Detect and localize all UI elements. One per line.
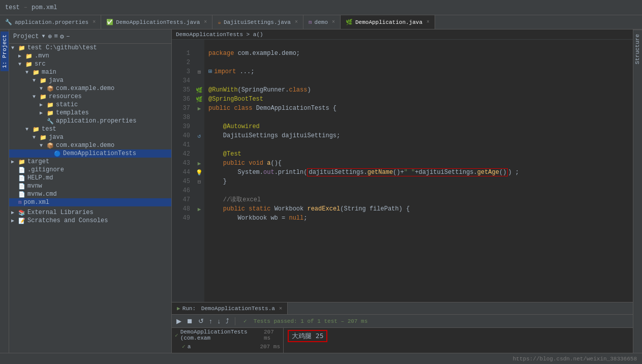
tree-label: application.properties bbox=[56, 117, 136, 125]
run-status: ✓ Tests passed: 1 of 1 test – 207 ms bbox=[243, 318, 368, 324]
tab-close[interactable]: × bbox=[426, 19, 430, 25]
tree-label: templates bbox=[56, 109, 89, 116]
folder-icon: 📁 bbox=[40, 94, 47, 100]
java-icon: 🔵 bbox=[54, 150, 61, 157]
tree-label: static bbox=[56, 101, 78, 108]
folder-icon: 📁 bbox=[18, 45, 25, 51]
tab-close[interactable]: × bbox=[204, 19, 207, 25]
collapse-icon[interactable]: ≡ bbox=[54, 33, 58, 41]
tree-label: main bbox=[42, 69, 56, 76]
folder-icon: 📁 bbox=[33, 69, 40, 76]
tree-item-java-main[interactable]: ▼ 📁 java bbox=[9, 76, 171, 84]
tree-label: java bbox=[49, 77, 64, 84]
tree-label: External Libraries bbox=[27, 209, 94, 216]
editor-area: DemoApplicationTests > a() 1 2 3 34 35 3… bbox=[172, 29, 633, 353]
run-play-button[interactable]: ▶ bbox=[175, 317, 183, 325]
sync-icon[interactable]: ⊕ bbox=[48, 33, 52, 41]
suite-label: DemoApplicationTests (com.exam bbox=[180, 329, 262, 341]
editor-content[interactable]: 1 2 3 34 35 36 37 38 39 40 41 42 43 44 4… bbox=[172, 40, 633, 302]
arrow-icon: ▼ bbox=[25, 127, 33, 132]
sidebar-dropdown-icon[interactable]: ▼ bbox=[42, 34, 45, 39]
tree-item-mvn[interactable]: ▶ 📁 .mvn bbox=[9, 52, 171, 60]
arrow-icon: ▼ bbox=[11, 45, 18, 51]
tree-label: mvnw bbox=[27, 183, 42, 190]
tree-item-app-properties[interactable]: ▶ 🔧 application.properties bbox=[9, 117, 171, 125]
gutter: ⊞ 🌿 🌿 ▶ ↺ ▶ 💡 ⊟ ▶ bbox=[194, 40, 204, 302]
tab-icon-java: ☕ bbox=[218, 19, 221, 25]
tree-item-pkg-test[interactable]: ▼ 📦 com.example.demo bbox=[9, 141, 171, 149]
run-rerun-button[interactable]: ↺ bbox=[197, 317, 205, 325]
arrow-icon: ▶ bbox=[40, 102, 47, 108]
tree-label: pom.xml bbox=[24, 199, 49, 206]
run-tab-close[interactable]: × bbox=[279, 306, 283, 312]
folder-icon: 📁 bbox=[40, 134, 47, 141]
run-next-button[interactable]: ↓ bbox=[216, 317, 223, 325]
properties-icon: 🔧 bbox=[47, 118, 54, 125]
tab-icon-leaf: 🌿 bbox=[346, 19, 353, 25]
tree-item-mvnw[interactable]: ▶ 📄 mvnw bbox=[9, 182, 171, 190]
tab-close[interactable]: × bbox=[93, 19, 96, 25]
run-tree-item-suite[interactable]: ✓ DemoApplicationTests (com.exam 207 ms bbox=[172, 328, 283, 342]
project-side-label[interactable]: 1: Project bbox=[1, 32, 9, 71]
arrow-icon: ▼ bbox=[25, 70, 33, 75]
arrow-icon: ▼ bbox=[40, 86, 47, 92]
tree-item-gitignore[interactable]: ▶ 📄 .gitignore bbox=[9, 166, 171, 174]
sidebar-title: Project bbox=[13, 33, 39, 40]
breadcrumb-path: DemoApplicationTests > a() bbox=[176, 32, 263, 38]
file-icon: 📄 bbox=[18, 175, 25, 181]
bottom-tab-run[interactable]: ▶ Run: DemoApplicationTests.a × bbox=[172, 302, 288, 314]
run-icon: ▶ bbox=[177, 305, 180, 312]
sidebar-header-icons: ⊕ ≡ ⚙ – bbox=[48, 33, 70, 41]
run-prev-button[interactable]: ↑ bbox=[207, 317, 214, 325]
tree-item-demo-tests[interactable]: ▶ 🔵 DemoApplicationTests bbox=[9, 149, 171, 158]
tree-item-pkg-main[interactable]: ▼ 📦 com.example.demo bbox=[9, 84, 171, 93]
tree-label: src bbox=[35, 60, 46, 68]
tree-item-ext-libs[interactable]: ▶ 📚 External Libraries bbox=[9, 208, 171, 217]
title-file: pom.xml bbox=[32, 4, 57, 11]
tab-close[interactable]: × bbox=[295, 19, 298, 25]
tree-item-test-root[interactable]: ▼ 📁 test C:\github\test bbox=[9, 44, 171, 52]
run-stop-button[interactable]: ⏹ bbox=[185, 317, 195, 325]
title-bar: test – pom.xml bbox=[0, 0, 642, 15]
tree-item-main[interactable]: ▼ 📁 main bbox=[9, 68, 171, 76]
tree-item-static[interactable]: ▶ 📁 static bbox=[9, 101, 171, 109]
run-tab-label: Run: bbox=[182, 306, 196, 312]
folder-icon: 📁 bbox=[25, 53, 33, 59]
settings-icon[interactable]: ⚙ bbox=[60, 33, 64, 41]
tree-item-test[interactable]: ▼ 📁 test bbox=[9, 125, 171, 133]
tab-application-properties[interactable]: 🔧 application.properties × bbox=[0, 15, 101, 29]
tree-item-pom[interactable]: ▶ m pom.xml bbox=[9, 198, 171, 206]
tab-demo-application[interactable]: 🌿 DemoApplication.java × bbox=[341, 15, 435, 29]
package-icon: 📦 bbox=[47, 142, 54, 149]
folder-icon: 📁 bbox=[25, 61, 33, 68]
run-tree-item-a[interactable]: ✓ a 207 ms bbox=[172, 342, 283, 351]
tab-demo[interactable]: m demo × bbox=[303, 15, 341, 29]
code-area[interactable]: package com.example.demo; ⊞import ...; @… bbox=[204, 40, 633, 302]
file-icon: 📄 bbox=[18, 167, 25, 173]
structure-vtab[interactable]: Structure bbox=[633, 29, 642, 68]
tree-item-target[interactable]: ▶ 📁 target bbox=[9, 158, 171, 166]
tab-dajitui-settings[interactable]: ☕ DajituiSettings.java × bbox=[212, 15, 303, 29]
arrow-icon: ▼ bbox=[18, 62, 25, 67]
tree-item-java-test[interactable]: ▼ 📁 java bbox=[9, 133, 171, 141]
folder-icon: 📁 bbox=[40, 77, 47, 84]
arrow-icon: ▶ bbox=[11, 218, 18, 224]
tree-label: resources bbox=[49, 93, 82, 100]
tree-item-templates[interactable]: ▶ 📁 templates bbox=[9, 109, 171, 117]
folder-icon: 📁 bbox=[47, 110, 54, 116]
arrow-icon: ▶ bbox=[11, 159, 18, 165]
minimize-icon[interactable]: – bbox=[66, 33, 70, 41]
tree-item-help[interactable]: ▶ 📄 HELP.md bbox=[9, 174, 171, 182]
tree-item-mvnw-cmd[interactable]: ▶ 📄 mvnw.cmd bbox=[9, 190, 171, 198]
tree-item-src[interactable]: ▼ 📁 src bbox=[9, 60, 171, 68]
folder-icon: 📁 bbox=[18, 159, 25, 165]
tab-demo-app-tests[interactable]: ✅ DemoApplicationTests.java × bbox=[101, 15, 212, 29]
tree-item-scratches[interactable]: ▶ 📝 Scratches and Consoles bbox=[9, 217, 171, 225]
file-icon: 📄 bbox=[18, 191, 25, 198]
sidebar-header: Project ▼ ⊕ ≡ ⚙ – bbox=[9, 29, 171, 44]
tab-close[interactable]: × bbox=[332, 19, 335, 25]
arrow-icon: ▶ bbox=[18, 53, 25, 59]
status-url: https://blog.csdn.net/weixin_38336658 bbox=[513, 356, 637, 362]
run-export-button[interactable]: ⤴ bbox=[224, 317, 231, 325]
tree-item-resources[interactable]: ▼ 📁 resources bbox=[9, 93, 171, 101]
